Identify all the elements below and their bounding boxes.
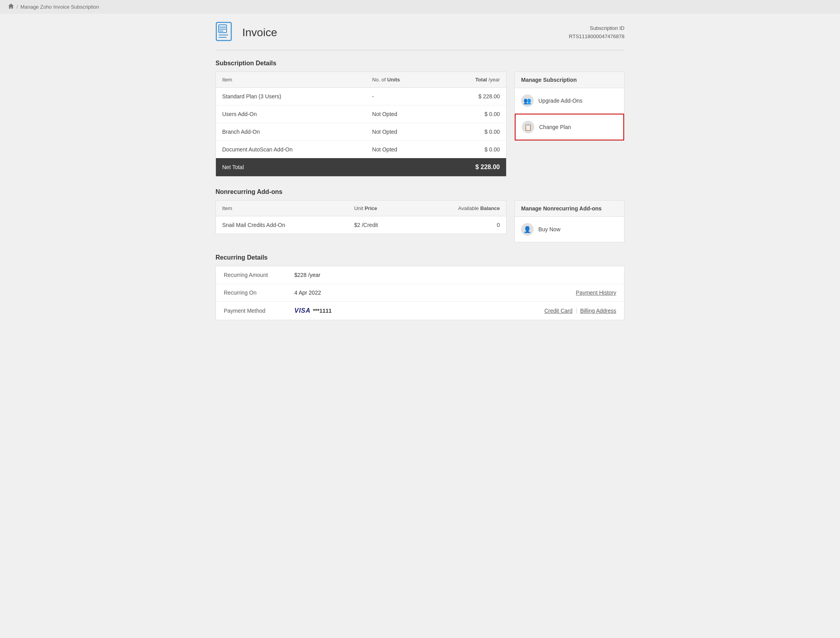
breadcrumb-separator: /	[17, 4, 18, 10]
breadcrumb-page-label: Manage Zoho Invoice Subscription	[20, 4, 99, 10]
manage-item-icon: 👥	[521, 94, 534, 107]
row-units: Not Opted	[366, 123, 439, 141]
card-number: ***1111	[313, 308, 332, 314]
recurring-on-label: Recurring On	[216, 284, 287, 302]
subscription-id-label: Subscription ID	[569, 24, 624, 33]
page-header: Invoice Subscription ID RTS1118000047476…	[216, 22, 624, 50]
table-row: Snail Mail Credits Add-On $2 /Credit 0	[216, 216, 506, 234]
row-item: Standard Plan (3 Users)	[216, 88, 366, 105]
row-units: Not Opted	[366, 141, 439, 159]
row-total: $ 0.00	[439, 105, 506, 123]
nr-row-balance: 0	[411, 216, 506, 234]
nonrecurring-title: Nonrecurring Add-ons	[216, 188, 624, 195]
visa-badge: VISA ***1111	[295, 307, 332, 314]
manage-subscription-item-upgrade-addons[interactable]: 👥 Upgrade Add-Ons	[515, 88, 624, 114]
recurring-details-title: Recurring Details	[216, 254, 624, 261]
row-total: $ 0.00	[439, 123, 506, 141]
manage-subscription-panel: Manage Subscription 👥 Upgrade Add-Ons 📋 …	[514, 72, 624, 177]
row-total: $ 0.00	[439, 141, 506, 159]
manage-subscription-item-change-plan[interactable]: 📋 Change Plan	[515, 114, 624, 140]
nr-col-item: Item	[216, 201, 348, 216]
manage-item-label: Upgrade Add-Ons	[538, 98, 582, 104]
col-total-header: Total /year	[439, 72, 506, 88]
net-total-value: $ 228.00	[475, 164, 500, 171]
recurring-on-value: 4 Apr 2022	[287, 284, 414, 302]
recurring-amount-value: $228 /year	[287, 266, 414, 284]
payment-history-link[interactable]: Payment History	[576, 289, 616, 296]
recurring-details-table: Recurring Amount $228 /year Recurring On…	[216, 266, 624, 320]
manage-item-icon: 📋	[522, 121, 534, 133]
recurring-details-section: Recurring Details Recurring Amount $228 …	[216, 254, 624, 320]
payment-method-row: Payment Method VISA ***1111 Credit Card …	[216, 302, 624, 320]
table-row: Document AutoScan Add-On Not Opted $ 0.0…	[216, 141, 506, 159]
net-total-row: Net Total $ 228.00	[216, 158, 506, 176]
table-row: Standard Plan (3 Users) - $ 228.00	[216, 88, 506, 105]
subscription-id-value: RTS1118000047476878	[569, 33, 624, 41]
nonrecurring-table-container: Item Unit Price Available Balance Snail …	[216, 200, 507, 242]
manage-nonrecurring-title: Manage Nonrecurring Add-ons	[515, 201, 624, 217]
nr-col-price: Unit Price	[348, 201, 411, 216]
recurring-amount-label: Recurring Amount	[216, 266, 287, 284]
buy-now-icon: 👤	[521, 223, 534, 236]
nr-row-price: $2 /Credit	[348, 216, 411, 234]
subscription-id-area: Subscription ID RTS1118000047476878	[569, 24, 624, 41]
subscription-table-container: Item No. of Units Total /year Standard P…	[216, 72, 507, 177]
logo-area: Invoice	[216, 22, 277, 44]
table-row: Users Add-On Not Opted $ 0.00	[216, 105, 506, 123]
payment-method-label: Payment Method	[216, 302, 287, 320]
buy-now-item[interactable]: 👤 Buy Now	[515, 217, 624, 242]
manage-subscription-title: Manage Subscription	[515, 72, 624, 88]
col-units-header: No. of Units	[366, 72, 439, 88]
nonrecurring-table: Item Unit Price Available Balance Snail …	[216, 201, 506, 234]
row-total: $ 228.00	[439, 88, 506, 105]
nonrecurring-section: Nonrecurring Add-ons Item Unit Price Ava…	[216, 188, 624, 242]
subscription-details-section: Subscription Details Item No. of Units T…	[216, 60, 624, 177]
billing-address-link[interactable]: Billing Address	[580, 308, 616, 314]
breadcrumb: / Manage Zoho Invoice Subscription	[0, 0, 840, 14]
subscription-details-title: Subscription Details	[216, 60, 624, 67]
visa-icon: VISA	[295, 307, 311, 314]
home-icon	[8, 3, 14, 11]
nr-col-balance: Available Balance	[411, 201, 506, 216]
nr-row-item: Snail Mail Credits Add-On	[216, 216, 348, 234]
row-item: Users Add-On	[216, 105, 366, 123]
recurring-amount-row: Recurring Amount $228 /year	[216, 266, 624, 284]
buy-now-label: Buy Now	[538, 226, 560, 232]
subscription-table: Item No. of Units Total /year Standard P…	[216, 72, 506, 158]
invoice-logo-icon	[216, 22, 238, 44]
net-total-label: Net Total	[222, 164, 244, 170]
manage-nonrecurring-panel: Manage Nonrecurring Add-ons 👤 Buy Now	[514, 200, 624, 242]
row-item: Document AutoScan Add-On	[216, 141, 366, 159]
col-item-header: Item	[216, 72, 366, 88]
row-units: -	[366, 88, 439, 105]
recurring-on-row: Recurring On 4 Apr 2022 Payment History	[216, 284, 624, 302]
table-row: Branch Add-On Not Opted $ 0.00	[216, 123, 506, 141]
credit-card-link[interactable]: Credit Card	[544, 308, 573, 314]
page-title: Invoice	[242, 26, 277, 39]
row-units: Not Opted	[366, 105, 439, 123]
row-item: Branch Add-On	[216, 123, 366, 141]
manage-item-label: Change Plan	[539, 124, 571, 130]
